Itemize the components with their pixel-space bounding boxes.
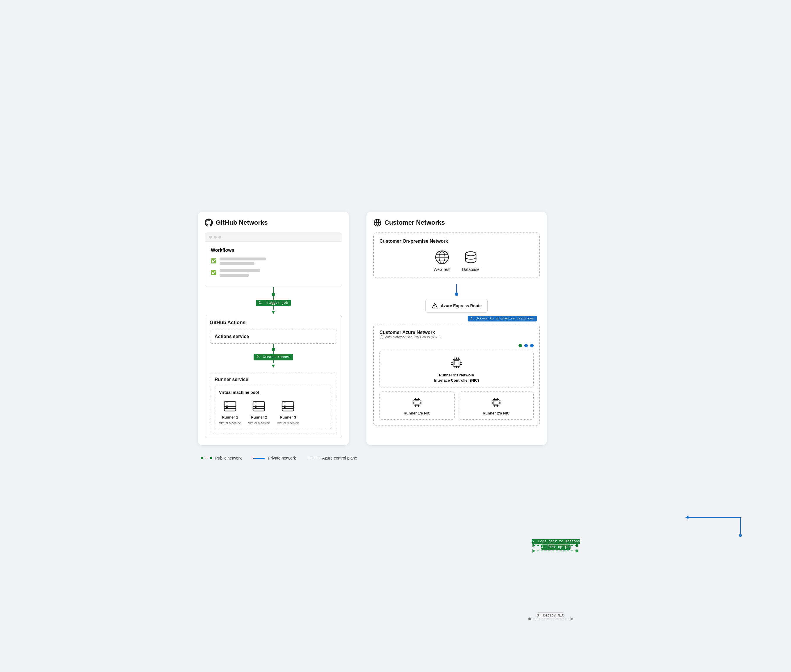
access-spacer bbox=[539, 318, 540, 319]
browser-dot-2 bbox=[214, 236, 217, 238]
svg-rect-19 bbox=[284, 405, 286, 405]
dots-row bbox=[380, 344, 534, 347]
legend: Public network Private network Azure con… bbox=[198, 456, 593, 461]
github-actions-box: GitHub Actions Actions service 2. Create… bbox=[205, 315, 342, 438]
svg-point-27 bbox=[435, 307, 435, 307]
runner-3-item: Runner 3 Virtual Machine bbox=[277, 399, 299, 425]
runner-2-name: Runner 2 bbox=[251, 415, 267, 419]
access-label: 6. Access to on-premise resources bbox=[468, 316, 537, 322]
legend-private: Private network bbox=[253, 456, 296, 461]
web-test-icon bbox=[435, 250, 449, 265]
legend-dot-1 bbox=[201, 457, 203, 459]
database-icon bbox=[463, 250, 478, 265]
azure-dot-green bbox=[518, 344, 522, 347]
actions-service-box: Actions service bbox=[210, 330, 337, 344]
line-to-trigger bbox=[273, 287, 274, 293]
warning-icon bbox=[432, 302, 438, 309]
database-item: Database bbox=[462, 250, 480, 272]
database-label: Database bbox=[462, 267, 480, 272]
nic-2-icon bbox=[490, 396, 502, 409]
nic-row: Runner 1's NIC bbox=[380, 392, 534, 420]
workflow-line-1a bbox=[220, 258, 266, 261]
runner-3-name: Runner 3 bbox=[280, 415, 296, 419]
express-route-label: Azure Express Route bbox=[441, 304, 482, 308]
vm-pool-label: Virtual machine pool bbox=[219, 390, 328, 395]
vm-pool-box: Virtual machine pool bbox=[215, 386, 332, 429]
customer-networks-panel: Customer Networks Customer On-premise Ne… bbox=[366, 211, 547, 445]
svg-text:5. Logs back to Actions: 5. Logs back to Actions bbox=[532, 539, 580, 544]
browser-bar bbox=[205, 233, 342, 242]
nic-1-icon bbox=[411, 396, 424, 409]
azure-dot-blue2 bbox=[530, 344, 534, 347]
customer-networks-title: Customer Networks bbox=[385, 219, 445, 226]
azure-dot-blue bbox=[524, 344, 528, 347]
on-premise-title: Customer On-premise Network bbox=[380, 238, 534, 244]
runner-3-type: Virtual Machine bbox=[277, 421, 299, 425]
web-test-item: Web Test bbox=[433, 250, 451, 272]
browser-content: Workflows ✅ ✅ bbox=[205, 242, 342, 286]
svg-rect-43 bbox=[415, 400, 419, 405]
nic-main-box: Runner 3's NetworkInterface Controller (… bbox=[380, 351, 534, 387]
shield-icon bbox=[380, 335, 383, 339]
customer-networks-header: Customer Networks bbox=[374, 219, 540, 227]
trigger-job-flow: 1. Trigger job ▼ bbox=[205, 287, 342, 315]
nic-1-label: Runner 1's NIC bbox=[404, 411, 431, 415]
svg-rect-83 bbox=[537, 613, 564, 618]
svg-rect-13 bbox=[255, 407, 257, 408]
github-icon bbox=[205, 219, 213, 227]
blue-line-up bbox=[456, 284, 457, 293]
svg-rect-18 bbox=[284, 403, 286, 403]
runner-1-icon bbox=[223, 399, 237, 413]
workflows-browser: Workflows ✅ ✅ bbox=[205, 232, 342, 287]
workflow-line-2a bbox=[220, 269, 260, 272]
legend-private-label: Private network bbox=[268, 456, 296, 461]
svg-rect-29 bbox=[454, 360, 459, 365]
runner-2-item: Runner 2 Virtual Machine bbox=[248, 399, 270, 425]
runners-row: Runner 1 Virtual Machine bbox=[219, 399, 328, 425]
runner-1-name: Runner 1 bbox=[222, 415, 238, 419]
svg-rect-5 bbox=[226, 405, 228, 405]
legend-private-line bbox=[253, 458, 265, 459]
workflow-line-1b bbox=[220, 262, 255, 265]
workflows-title: Workflows bbox=[211, 248, 336, 253]
runner-1-type: Virtual Machine bbox=[219, 421, 241, 425]
trigger-dot bbox=[272, 293, 275, 296]
express-route-container: Azure Express Route bbox=[374, 299, 540, 313]
globe-icon bbox=[374, 219, 382, 227]
on-premise-box: Customer On-premise Network Web Test bbox=[374, 232, 540, 278]
create-runner-label: 2. Create runner bbox=[254, 354, 293, 360]
legend-public-line bbox=[201, 457, 212, 459]
svg-rect-6 bbox=[226, 407, 228, 408]
arrow-down-create: ▼ bbox=[271, 363, 276, 368]
legend-azure-label: Azure control plane bbox=[322, 456, 358, 461]
workflow-lines-1 bbox=[220, 258, 266, 265]
nic-2-label: Runner 2's NIC bbox=[483, 411, 510, 415]
github-networks-title: GitHub Networks bbox=[216, 219, 268, 226]
runner-service-label: Runner service bbox=[215, 377, 332, 382]
legend-public-label: Public network bbox=[215, 456, 242, 461]
line-to-create bbox=[273, 344, 274, 348]
browser-dot-1 bbox=[209, 236, 212, 238]
line-below-create bbox=[273, 351, 274, 354]
create-runner-flow: 2. Create runner ▼ bbox=[210, 344, 337, 368]
line-below-dot bbox=[273, 296, 274, 300]
runner-2-icon bbox=[252, 399, 266, 413]
svg-rect-78 bbox=[541, 545, 571, 550]
nsg-label: With Network Security Group (NSG) bbox=[380, 335, 534, 339]
github-actions-title: GitHub Actions bbox=[210, 320, 337, 326]
check-icon-2: ✅ bbox=[211, 270, 217, 275]
legend-azure: Azure control plane bbox=[308, 456, 358, 461]
create-dot bbox=[272, 348, 275, 351]
svg-rect-57 bbox=[494, 400, 498, 405]
svg-point-71 bbox=[576, 544, 578, 547]
svg-rect-20 bbox=[284, 407, 286, 408]
svg-text:3. Deploy NIC: 3. Deploy NIC bbox=[537, 614, 564, 618]
access-label-row: 6. Access to on-premise resources bbox=[374, 316, 540, 322]
runner-3-icon bbox=[281, 399, 295, 413]
nic-1-box: Runner 1's NIC bbox=[380, 392, 454, 420]
azure-network-title: Customer Azure Network bbox=[380, 330, 534, 335]
nic-main-label: Runner 3's NetworkInterface Controller (… bbox=[434, 373, 479, 383]
workflow-lines-2 bbox=[220, 269, 260, 277]
svg-rect-73 bbox=[532, 539, 580, 544]
blue-arrow-up-flow bbox=[374, 284, 540, 296]
